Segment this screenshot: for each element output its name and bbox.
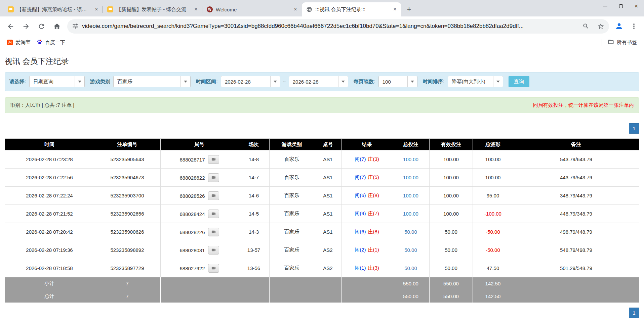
cell-table: AS1 [314, 169, 342, 187]
home-button[interactable] [50, 19, 64, 33]
date-from-select[interactable]: 2026-02-28 [221, 76, 280, 87]
col-header-bet-id: 注单编号 [94, 139, 161, 150]
cell-table: AS1 [314, 187, 342, 205]
result-player: 闲(7) [355, 174, 366, 180]
close-icon[interactable]: × [192, 6, 200, 13]
col-header-total-bet: 总投注 [392, 139, 430, 150]
window-close-button[interactable]: × [629, 0, 644, 12]
col-header-result: 结果 [342, 139, 392, 150]
cell-note: 501.29/548.79 [513, 259, 639, 277]
maximize-button[interactable] [613, 0, 629, 12]
query-type-select[interactable]: 日期查询 [29, 76, 85, 87]
video-replay-button[interactable] [208, 173, 219, 182]
chevron-down-icon [493, 76, 503, 87]
welcome-icon: W [207, 6, 213, 12]
query-type-value: 日期查询 [30, 79, 75, 85]
search-button[interactable]: 查询 [509, 76, 529, 87]
cell-round: 688027922 [161, 259, 238, 277]
subtotal-payout: 142.50 [473, 277, 513, 290]
tab-strip: 【新提醒】海燕策略论坛 - 综合... × 【新提醒】发表帖子 - 综合交流 ×… [0, 0, 644, 16]
new-tab-button[interactable]: + [404, 4, 414, 14]
cell-payout: 100.00 [473, 150, 513, 169]
game-type-select[interactable]: 百家乐 [113, 76, 191, 87]
table-row: 2026-02-28 07:18:58 523235897729 6880279… [5, 259, 639, 277]
cell-time: 2026-02-28 07:21:52 [5, 205, 94, 223]
time-range-label: 时间区间: [196, 79, 218, 85]
cell-time: 2026-02-28 07:18:58 [5, 259, 94, 277]
result-banker: 庄(3) [368, 156, 379, 162]
site-settings-icon[interactable] [72, 23, 79, 30]
chevron-down-icon [270, 76, 280, 87]
page-content: 视讯 会员下注纪录 请选择: 日期查询 游戏类别 百家乐 时间区间: 202 [0, 56, 644, 318]
page-size-select[interactable]: 100 [378, 76, 417, 87]
profile-avatar[interactable] [612, 19, 626, 33]
page-1-button[interactable]: 1 [629, 308, 639, 318]
notice-text: 同局有效投注，统一计算在该局第一张注单内 [533, 102, 634, 108]
result-banker: 庄(3) [368, 265, 379, 271]
sort-order-select[interactable]: 降幂(由大到小) [448, 76, 503, 87]
address-bar[interactable]: videoie.com/game/betrecord_search/kind3?… [67, 19, 609, 34]
round-number: 688028031 [179, 247, 205, 253]
result-player: 闲(1) [355, 265, 366, 271]
chevron-down-icon [75, 76, 84, 87]
video-replay-button[interactable] [208, 228, 219, 236]
result-player: 闲(7) [355, 156, 366, 162]
total-bet-link[interactable]: 100.00 [403, 193, 418, 198]
all-bookmarks-button[interactable]: 所有书签 [605, 37, 640, 47]
table-row: 2026-02-28 07:22:56 523235904673 6880286… [5, 169, 639, 187]
cell-total-bet: 100.00 [392, 169, 430, 187]
cell-total-bet: 50.00 [392, 259, 430, 277]
page-1-button[interactable]: 1 [629, 123, 639, 134]
video-replay-button[interactable] [208, 210, 219, 218]
cell-payout: -100.00 [473, 205, 513, 223]
folder-icon [608, 39, 614, 46]
close-icon[interactable]: × [292, 6, 299, 13]
cell-payout: 95.00 [473, 187, 513, 205]
total-bet-link[interactable]: 50.00 [404, 229, 417, 235]
close-icon[interactable]: × [93, 6, 100, 13]
game-type-value: 百家乐 [114, 79, 180, 85]
cell-bet-id: 523235902656 [94, 205, 161, 223]
date-to-select[interactable]: 2026-02-28 [289, 76, 348, 87]
total-bet-link[interactable]: 100.00 [403, 156, 418, 162]
forward-button[interactable] [19, 19, 33, 33]
cell-table: AS2 [314, 259, 342, 277]
table-header-row: 时间 注单编号 局号 场次 游戏类别 桌号 结果 总投注 有效投注 总派彩 备注 [5, 139, 639, 150]
tab-forum-2[interactable]: 【新提醒】发表帖子 - 综合交流 × [103, 2, 202, 16]
close-icon[interactable]: × [391, 6, 399, 13]
cell-note: 498.79/448.79 [513, 223, 639, 241]
baidu-paw-icon [37, 39, 42, 46]
cell-round: 688028031 [161, 241, 238, 259]
bookmark-star-icon[interactable] [595, 20, 606, 32]
tab-forum-1[interactable]: 【新提醒】海燕策略论坛 - 综合... × [3, 2, 103, 16]
filter-bar: 请选择: 日期查询 游戏类别 百家乐 时间区间: 2026-02-28 [5, 72, 639, 91]
browser-window: 【新提醒】海燕策略论坛 - 综合... × 【新提醒】发表帖子 - 综合交流 ×… [0, 0, 644, 318]
url-text[interactable]: videoie.com/game/betrecord_search/kind3?… [82, 23, 577, 30]
round-number: 688028526 [179, 193, 205, 198]
col-header-payout: 总派彩 [473, 139, 513, 150]
cell-note: 543.79/643.79 [513, 150, 639, 169]
menu-dots-icon[interactable] [627, 19, 641, 33]
total-bet-link[interactable]: 100.00 [403, 175, 418, 180]
reload-button[interactable] [34, 19, 48, 33]
cell-round: 688028424 [161, 205, 238, 223]
video-replay-button[interactable] [208, 191, 219, 200]
tab-welcome[interactable]: W Welcome × [202, 2, 302, 16]
bookmark-taobao[interactable]: 淘 爱淘宝 [4, 37, 34, 47]
chevron-down-icon [338, 76, 348, 87]
tab-bet-records[interactable]: :::视讯 会员下注纪录::: × [302, 2, 401, 16]
cell-payout: -50.00 [473, 223, 513, 241]
zoom-icon[interactable] [580, 20, 592, 32]
video-replay-button[interactable] [208, 155, 219, 164]
total-bet-link[interactable]: 50.00 [404, 265, 417, 271]
bookmark-baidu[interactable]: 百度一下 [34, 37, 68, 47]
video-replay-button[interactable] [208, 246, 219, 255]
result-banker: 庄(7) [368, 211, 379, 216]
total-bet-link[interactable]: 100.00 [403, 211, 418, 217]
total-bet-link[interactable]: 50.00 [404, 247, 417, 253]
minimize-button[interactable] [598, 0, 613, 12]
cell-bet-id: 523235904673 [94, 169, 161, 187]
back-button[interactable] [3, 19, 17, 33]
video-replay-button[interactable] [208, 264, 219, 273]
round-number: 688028622 [179, 175, 205, 180]
